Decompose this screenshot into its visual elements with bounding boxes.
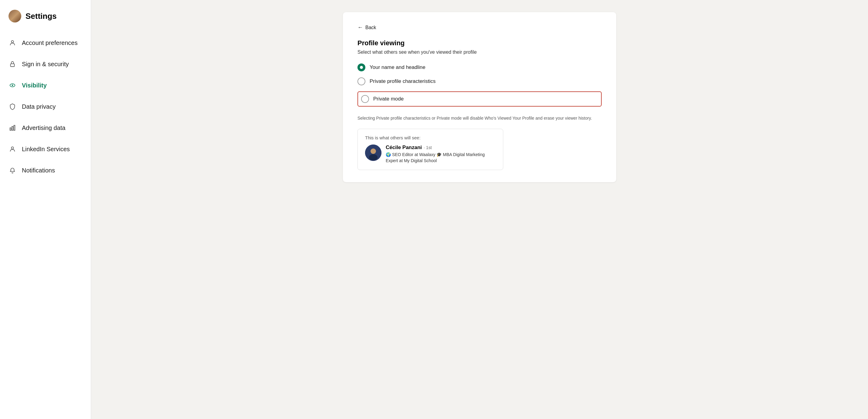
- sidebar-item-data-privacy[interactable]: Data privacy: [0, 96, 91, 117]
- radio-circle-name-headline: [358, 63, 365, 71]
- lock-icon: [8, 60, 17, 68]
- svg-point-3: [12, 85, 13, 86]
- svg-point-9: [371, 149, 376, 154]
- sidebar-item-notifications[interactable]: Notifications: [0, 160, 91, 181]
- back-label: Back: [365, 25, 376, 30]
- radio-label-name-headline: Your name and headline: [370, 64, 426, 70]
- sidebar-item-label: Sign in & security: [22, 61, 69, 68]
- connection-badge: · 1st: [424, 145, 432, 150]
- preview-box: This is what others will see: Cécile Pan…: [358, 129, 503, 170]
- shield-icon: [8, 103, 17, 110]
- avatar-image: [8, 10, 21, 23]
- profile-headline: 🌍 SEO Editor at Waalaxy 🎓 MBA Digital Ma…: [386, 152, 496, 164]
- radio-label-private-mode: Private mode: [373, 96, 404, 102]
- sidebar-item-label: LinkedIn Services: [22, 146, 70, 153]
- section-subtitle: Select what others see when you've viewe…: [358, 50, 602, 55]
- disclaimer-text: Selecting Private profile characteristic…: [358, 115, 602, 122]
- app-title: Settings: [26, 11, 57, 21]
- sidebar-item-account-preferences[interactable]: Account preferences: [0, 32, 91, 54]
- chart-icon: [8, 124, 17, 132]
- sidebar-item-visibility[interactable]: Visibility: [0, 75, 91, 96]
- sidebar-item-linkedin-services[interactable]: LinkedIn Services: [0, 138, 91, 160]
- bell-icon: [8, 166, 17, 174]
- radio-circle-private-characteristics: [358, 77, 365, 85]
- sidebar-item-label: Visibility: [22, 82, 47, 89]
- svg-point-0: [11, 41, 13, 43]
- person-icon: [8, 39, 17, 47]
- sidebar: Settings Account preferences Sign in & s…: [0, 0, 91, 419]
- radio-label-private-characteristics: Private profile characteristics: [370, 78, 436, 85]
- radio-item-private-characteristics[interactable]: Private profile characteristics: [358, 77, 602, 85]
- svg-rect-4: [10, 128, 11, 130]
- back-button[interactable]: ← Back: [358, 24, 376, 31]
- main-content: ← Back Profile viewing Select what other…: [91, 0, 868, 419]
- sidebar-item-label: Data privacy: [22, 103, 56, 110]
- profile-name: Cécile Panzani: [386, 144, 422, 151]
- svg-rect-5: [12, 126, 13, 130]
- eye-icon: [8, 82, 17, 89]
- svg-rect-1: [11, 64, 14, 66]
- svg-point-10: [369, 154, 377, 160]
- sidebar-item-label: Advertising data: [22, 125, 65, 131]
- avatar: [8, 10, 21, 23]
- profile-avatar: [365, 144, 381, 161]
- svg-point-7: [11, 147, 13, 149]
- preview-profile: Cécile Panzani · 1st 🌍 SEO Editor at Waa…: [365, 144, 496, 164]
- services-person-icon: [8, 145, 17, 153]
- profile-info: Cécile Panzani · 1st 🌍 SEO Editor at Waa…: [386, 144, 496, 164]
- sidebar-item-sign-in-security[interactable]: Sign in & security: [0, 54, 91, 75]
- svg-rect-6: [14, 125, 15, 131]
- section-title: Profile viewing: [358, 39, 602, 47]
- radio-circle-private-mode: [361, 95, 369, 103]
- preview-title: This is what others will see:: [365, 135, 496, 140]
- sidebar-item-advertising-data[interactable]: Advertising data: [0, 117, 91, 138]
- radio-item-name-headline[interactable]: Your name and headline: [358, 63, 602, 71]
- back-arrow-icon: ←: [358, 24, 363, 31]
- content-card: ← Back Profile viewing Select what other…: [343, 12, 616, 182]
- radio-item-private-mode[interactable]: Private mode: [358, 91, 602, 106]
- sidebar-header: Settings: [0, 10, 91, 32]
- profile-name-row: Cécile Panzani · 1st: [386, 144, 496, 151]
- sidebar-item-label: Notifications: [22, 167, 55, 174]
- radio-group: Your name and headline Private profile c…: [358, 63, 602, 106]
- sidebar-item-label: Account preferences: [22, 39, 78, 46]
